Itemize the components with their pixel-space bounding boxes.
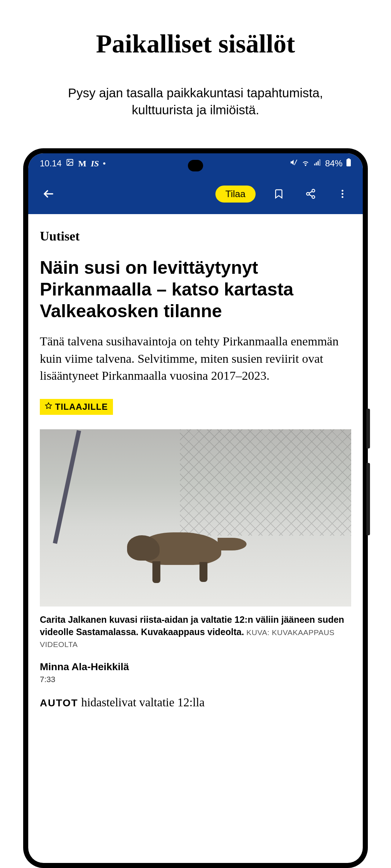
image-caption: Carita Jalkanen kuvasi riista-aidan ja v…: [40, 614, 351, 650]
status-time: 10.14: [40, 158, 62, 169]
image-icon: [66, 158, 74, 169]
battery-icon: [346, 158, 351, 169]
svg-point-17: [342, 193, 344, 195]
signal-icon: [314, 158, 321, 169]
status-dot: [103, 162, 105, 165]
svg-rect-7: [319, 160, 320, 166]
subscriber-badge-label: TILAAJILLE: [55, 402, 108, 412]
is-app-icon: IS: [91, 159, 99, 169]
phone-side-button: [366, 409, 370, 448]
phone-screen: 10.14 M IS 84%: [28, 153, 363, 863]
subscribe-button[interactable]: Tilaa: [215, 186, 256, 203]
app-bar: Tilaa: [28, 174, 363, 214]
body-kicker: AUTOT: [40, 697, 78, 709]
article-content: Uutiset Näin susi on levittäytynyt Pirka…: [28, 214, 363, 724]
article-body: AUTOT hidastelivat valtatie 12:lla: [40, 696, 351, 709]
svg-point-16: [342, 190, 344, 192]
status-right: 84%: [290, 158, 351, 169]
bookmark-button[interactable]: [270, 188, 287, 199]
image-fence: [180, 429, 351, 536]
article-category[interactable]: Uutiset: [40, 229, 351, 244]
marketing-subtitle: Pysy ajan tasalla paikkakuntasi tapahtum…: [36, 84, 355, 119]
svg-point-18: [342, 196, 344, 198]
image-pole: [53, 430, 81, 544]
svg-rect-5: [316, 162, 317, 165]
mute-icon: [290, 158, 298, 169]
article-headline: Näin susi on levittäytynyt Pirkanmaalla …: [40, 257, 351, 322]
svg-point-12: [307, 192, 310, 195]
marketing-section: Paikalliset sisällöt Pysy ajan tasalla p…: [0, 0, 391, 140]
more-button[interactable]: [334, 188, 351, 199]
svg-rect-4: [314, 164, 315, 166]
image-wolf: [127, 522, 250, 583]
svg-point-3: [305, 165, 306, 166]
svg-line-2: [294, 160, 297, 165]
battery-percent: 84%: [325, 158, 342, 169]
body-start: hidastelivat valtatie 12:lla: [78, 696, 205, 709]
article-author[interactable]: Minna Ala-Heikkilä: [40, 661, 351, 673]
article-lead: Tänä talvena susihavaintoja on tehty Pir…: [40, 333, 351, 384]
wifi-icon: [301, 158, 310, 169]
svg-line-14: [309, 195, 312, 196]
svg-point-13: [312, 196, 315, 199]
svg-rect-8: [346, 159, 351, 166]
gmail-icon: M: [78, 159, 87, 169]
svg-marker-19: [46, 403, 52, 408]
svg-rect-9: [348, 158, 350, 159]
star-icon: [45, 402, 52, 412]
article-image[interactable]: [40, 429, 351, 607]
subscriber-badge: TILAAJILLE: [40, 399, 113, 415]
svg-rect-6: [318, 161, 319, 165]
phone-side-button: [366, 463, 370, 535]
phone-frame: 10.14 M IS 84%: [23, 148, 368, 868]
status-left: 10.14 M IS: [40, 158, 105, 169]
share-button[interactable]: [302, 188, 319, 199]
camera-notch: [188, 160, 203, 171]
svg-point-11: [312, 190, 315, 192]
article-timestamp: 7:33: [40, 675, 351, 684]
svg-point-1: [68, 161, 69, 162]
svg-line-15: [309, 191, 312, 193]
subscribe-label: Tilaa: [226, 188, 245, 199]
marketing-title: Paikalliset sisällöt: [36, 29, 355, 59]
back-button[interactable]: [40, 188, 57, 200]
